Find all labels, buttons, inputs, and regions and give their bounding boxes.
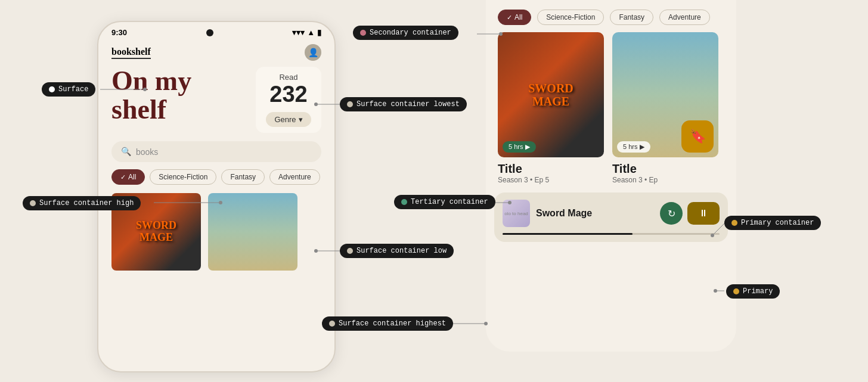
mini-player[interactable]: olo to head Sword Mage ↻ ⏸ [494, 192, 728, 242]
annotation-surface-highest-label: Surface container highest [339, 319, 446, 328]
book-card-title-2: Title [612, 162, 718, 176]
phone-header: bookshelf 👤 [98, 41, 334, 67]
annotation-surface-container-lowest: Surface container lowest [340, 97, 467, 111]
annotation-surface-high-label: Surface container high [39, 199, 134, 207]
app-logo: bookshelf [111, 46, 151, 59]
hero-title: On myshelf [111, 67, 191, 125]
chip-fantasy[interactable]: Fantasy [221, 169, 265, 185]
status-bar: 9:30 ▾▾▾ ▲ ▮ [98, 22, 334, 41]
book-card-2[interactable]: 5 hrs ▶ 🔖 Title Season 3 • Ep [612, 32, 718, 184]
book-landscape[interactable] [208, 193, 297, 271]
book-card-1[interactable]: SWORDMAGE 5 hrs ▶ Title Season 3 • Ep 5 [498, 32, 604, 184]
duration-badge-1: 5 hrs ▶ [503, 141, 536, 153]
filter-row-2: All Science-Fiction Fantasy Adventure [486, 0, 736, 32]
mini-player-title: Sword Mage [536, 208, 654, 219]
phone-mockup-2: All Science-Fiction Fantasy Adventure SW… [486, 0, 736, 352]
annotation-surface-low-label: Surface container low [356, 247, 447, 255]
chip2-adventure[interactable]: Adventure [659, 10, 710, 25]
mini-player-thumbnail: olo to head [503, 200, 530, 227]
chip-all[interactable]: All [111, 169, 145, 185]
wifi-icon: ▲ [307, 28, 315, 37]
duration-badge-2: 5 hrs ▶ [617, 141, 650, 153]
genre-button[interactable]: Genre ▾ [266, 112, 311, 127]
annotation-surface: Surface [42, 82, 95, 97]
dot-surface-highest [329, 321, 335, 327]
dot-primary-container [731, 220, 737, 226]
book-card-subtitle-1: Season 3 • Ep 5 [498, 176, 604, 184]
search-bar[interactable]: 🔍 books [111, 141, 321, 162]
annotation-secondary-label: Secondary container [370, 29, 451, 37]
chip2-all[interactable]: All [498, 10, 531, 25]
annotation-primary: Primary [726, 284, 780, 299]
annotation-tertiary-container: Tertiary container [394, 195, 495, 209]
annotation-surface-container-highest: Surface container highest [322, 316, 453, 331]
book-card-image-2: 5 hrs ▶ 🔖 [612, 32, 718, 157]
chip2-scifi[interactable]: Science-Fiction [537, 10, 604, 25]
dot-surface-high [30, 200, 36, 206]
search-icon: 🔍 [121, 147, 131, 157]
refresh-button[interactable]: ↻ [660, 202, 683, 225]
annotation-surface-container-low: Surface container low [340, 244, 454, 258]
read-box: Read 232 Genre ▾ [256, 67, 321, 133]
status-icons: ▾▾▾ ▲ ▮ [292, 28, 321, 37]
dot-surface-low [347, 248, 353, 254]
annotation-primary-container-label: Primary container [741, 219, 814, 227]
dot-primary [733, 288, 739, 294]
annotation-primary-label: Primary [743, 287, 773, 296]
chip-scifi[interactable]: Science-Fiction [150, 169, 216, 185]
mini-player-controls: ↻ ⏸ [660, 202, 720, 225]
annotation-surface-label: Surface [58, 85, 88, 94]
chip2-fantasy[interactable]: Fantasy [610, 10, 653, 25]
hero-section: On myshelf Read 232 Genre ▾ [98, 67, 334, 141]
signal-icon: ▾▾▾ [292, 28, 305, 37]
bookmark-button[interactable]: 🔖 [681, 120, 714, 153]
annotation-surface-container-high: Surface container high [23, 196, 141, 210]
chevron-down-icon: ▾ [299, 115, 303, 124]
avatar[interactable]: 👤 [305, 44, 321, 61]
annotation-tertiary-label: Tertiary container [411, 198, 488, 206]
progress-fill [503, 233, 633, 235]
annotation-surface-lowest-label: Surface container lowest [356, 100, 460, 108]
annotation-secondary-container: Secondary container [353, 26, 458, 40]
battery-icon: ▮ [317, 28, 321, 37]
camera-dot [206, 29, 213, 36]
annotation-primary-container: Primary container [724, 216, 821, 230]
read-label: Read [264, 73, 313, 82]
status-time: 9:30 [111, 28, 127, 37]
book-card-subtitle-2: Season 3 • Ep [612, 176, 718, 184]
dot-tertiary [401, 199, 407, 205]
mini-player-row: olo to head Sword Mage ↻ ⏸ [503, 200, 720, 227]
search-placeholder: books [136, 147, 158, 157]
dot-secondary [360, 30, 366, 36]
book-card-image-1: SWORDMAGE 5 hrs ▶ [498, 32, 604, 157]
pause-button[interactable]: ⏸ [687, 202, 720, 225]
dot-surface [49, 86, 55, 92]
dot-surface-lowest [347, 101, 353, 107]
books-grid: SWORDMAGE 5 hrs ▶ Title Season 3 • Ep 5 … [486, 32, 736, 192]
book-card-title-1: Title [498, 162, 604, 176]
progress-bar [503, 233, 720, 235]
chip-adventure[interactable]: Adventure [269, 169, 320, 185]
filter-chips: All Science-Fiction Fantasy Adventure [98, 169, 334, 193]
read-number: 232 [264, 82, 313, 107]
